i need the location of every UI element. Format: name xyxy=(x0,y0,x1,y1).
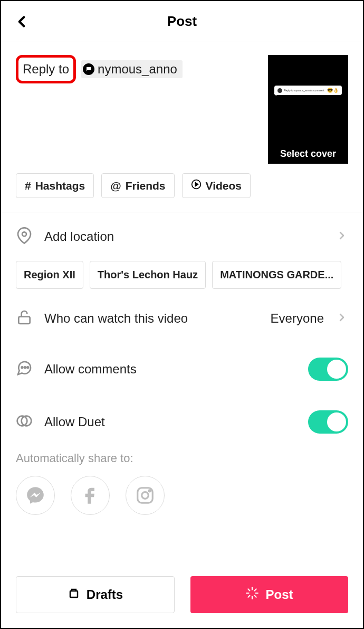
allow-duet-label: Allow Duet xyxy=(44,415,296,429)
allow-duet-row: Allow Duet xyxy=(16,396,348,448)
comment-icon xyxy=(16,360,33,379)
privacy-row[interactable]: Who can watch this video Everyone xyxy=(16,304,348,343)
play-circle-icon xyxy=(191,179,202,192)
drafts-label: Drafts xyxy=(87,587,123,602)
friends-label: Friends xyxy=(126,180,166,192)
svg-rect-3 xyxy=(18,317,30,324)
header-bar: Post xyxy=(1,1,363,42)
share-row xyxy=(16,476,348,531)
svg-point-11 xyxy=(149,490,150,492)
instagram-icon xyxy=(135,485,155,505)
back-button[interactable] xyxy=(13,13,31,31)
cover-thumbnail[interactable]: Reply to nymous_anno's comment 😎👌 Select… xyxy=(268,55,348,164)
svg-line-15 xyxy=(248,589,250,590)
hash-icon: # xyxy=(25,180,31,192)
videos-label: Videos xyxy=(206,180,242,192)
page-title: Post xyxy=(167,13,197,30)
select-cover-label: Select cover xyxy=(280,148,336,164)
svg-point-4 xyxy=(22,367,23,368)
at-icon: @ xyxy=(110,180,121,192)
svg-rect-12 xyxy=(70,591,78,597)
share-facebook[interactable] xyxy=(71,476,110,515)
location-pin-icon xyxy=(16,227,33,246)
compose-helpers: # Hashtags @ Friends Videos xyxy=(1,173,363,212)
settings-section: Add location Region XII Thor's Lechon Ha… xyxy=(1,212,363,531)
mention-username: nymous_anno xyxy=(98,62,177,77)
chevron-left-icon xyxy=(13,13,31,31)
share-label: Automatically share to: xyxy=(16,448,348,476)
emoji-icon: 😎👌 xyxy=(327,88,339,93)
hashtags-label: Hashtags xyxy=(35,180,85,192)
mention-chip[interactable]: nymous_anno xyxy=(81,60,183,78)
add-location-label: Add location xyxy=(44,229,324,244)
svg-marker-1 xyxy=(195,183,198,186)
svg-point-6 xyxy=(27,367,28,368)
svg-point-2 xyxy=(22,232,26,236)
chevron-right-icon xyxy=(336,311,348,326)
allow-comments-label: Allow comments xyxy=(44,362,296,377)
compose-area: Reply to nymous_anno Reply to nymous_ann… xyxy=(1,42,363,173)
messenger-icon xyxy=(25,485,45,505)
location-suggestion[interactable]: Region XII xyxy=(16,261,83,289)
privacy-label: Who can watch this video xyxy=(44,311,259,326)
allow-duet-toggle[interactable] xyxy=(308,410,348,434)
chevron-right-icon xyxy=(336,229,348,244)
bottom-action-bar: Drafts Post xyxy=(16,576,348,613)
allow-comments-toggle[interactable] xyxy=(308,358,348,381)
comment-bubble-icon xyxy=(83,63,94,75)
add-location-row[interactable]: Add location xyxy=(16,212,348,261)
privacy-value: Everyone xyxy=(271,311,324,326)
post-sparkle-icon xyxy=(245,586,259,603)
drafts-button[interactable]: Drafts xyxy=(16,576,175,613)
share-messenger[interactable] xyxy=(16,476,55,515)
location-suggestion[interactable]: Thor's Lechon Hauz xyxy=(90,261,206,289)
location-suggestions: Region XII Thor's Lechon Hauz MATINONGS … xyxy=(16,261,348,304)
allow-comments-row: Allow comments xyxy=(16,343,348,396)
post-label: Post xyxy=(265,587,293,602)
lock-open-icon xyxy=(16,309,33,328)
caption-input[interactable]: Reply to nymous_anno xyxy=(16,55,268,83)
svg-line-16 xyxy=(255,596,256,597)
hashtags-button[interactable]: # Hashtags xyxy=(16,173,94,198)
post-button[interactable]: Post xyxy=(190,576,348,613)
share-instagram[interactable] xyxy=(126,476,165,515)
location-suggestion[interactable]: MATINONGS GARDE... xyxy=(212,261,341,289)
thumbnail-preview-bubble: Reply to nymous_anno's comment 😎👌 xyxy=(274,86,342,95)
svg-line-20 xyxy=(255,589,256,590)
thumb-caption: Reply to nymous_anno's comment xyxy=(284,89,325,92)
duet-icon xyxy=(16,412,33,431)
svg-line-19 xyxy=(248,596,250,597)
svg-point-5 xyxy=(24,367,26,368)
svg-point-10 xyxy=(142,492,149,499)
drafts-icon xyxy=(68,587,80,603)
reply-to-label: Reply to xyxy=(16,55,76,83)
facebook-icon xyxy=(80,485,100,505)
friends-button[interactable]: @ Friends xyxy=(101,173,174,198)
videos-button[interactable]: Videos xyxy=(182,173,251,198)
